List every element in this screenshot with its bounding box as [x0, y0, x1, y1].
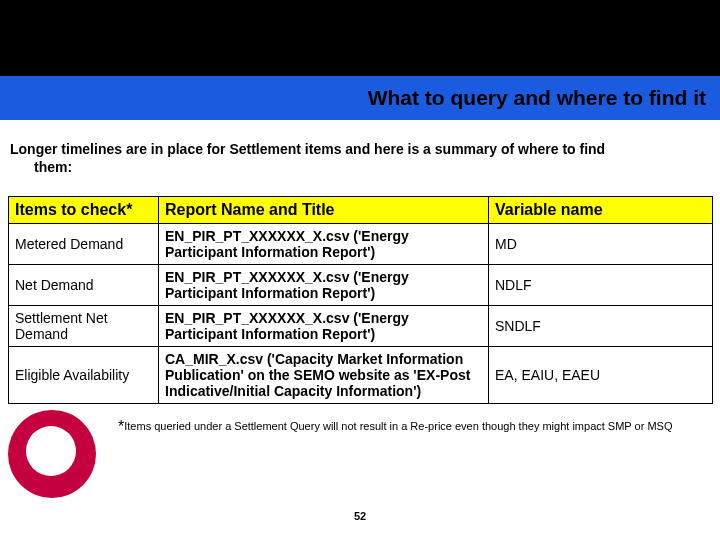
footnote-text: Items queried under a Settlement Query w…	[124, 420, 672, 432]
top-black-band	[0, 0, 720, 76]
col-header-report: Report Name and Title	[159, 197, 489, 224]
title-bar: What to query and where to find it	[0, 76, 720, 120]
reference-table: Items to check* Report Name and Title Va…	[8, 196, 713, 404]
col-header-items: Items to check*	[9, 197, 159, 224]
cell-item: Net Demand	[9, 265, 159, 306]
table-header-row: Items to check* Report Name and Title Va…	[9, 197, 713, 224]
slide: What to query and where to find it Longe…	[0, 0, 720, 540]
cell-item: Eligible Availability	[9, 347, 159, 404]
table-row: Net Demand EN_PIR_PT_XXXXXX_X.csv ('Ener…	[9, 265, 713, 306]
table-row: Metered Demand EN_PIR_PT_XXXXXX_X.csv ('…	[9, 224, 713, 265]
cell-variable: SNDLF	[489, 306, 713, 347]
footnote: *Items queried under a Settlement Query …	[118, 418, 710, 436]
cell-variable: MD	[489, 224, 713, 265]
cell-item: Settlement Net Demand	[9, 306, 159, 347]
page-number: 52	[0, 510, 720, 522]
cell-report: CA_MIR_X.csv ('Capacity Market Informati…	[159, 347, 489, 404]
cell-report: EN_PIR_PT_XXXXXX_X.csv ('Energy Particip…	[159, 306, 489, 347]
table-row: Settlement Net Demand EN_PIR_PT_XXXXXX_X…	[9, 306, 713, 347]
intro-line-1: Longer timelines are in place for Settle…	[10, 141, 605, 157]
col-header-variable: Variable name	[489, 197, 713, 224]
slide-title: What to query and where to find it	[368, 86, 706, 110]
intro-text: Longer timelines are in place for Settle…	[10, 140, 710, 176]
intro-line-2: them:	[10, 158, 710, 176]
cell-variable: EA, EAIU, EAEU	[489, 347, 713, 404]
table-row: Eligible Availability CA_MIR_X.csv ('Cap…	[9, 347, 713, 404]
cell-report: EN_PIR_PT_XXXXXX_X.csv ('Energy Particip…	[159, 224, 489, 265]
cell-report: EN_PIR_PT_XXXXXX_X.csv ('Energy Particip…	[159, 265, 489, 306]
logo	[4, 406, 100, 502]
logo-inner-circle	[26, 426, 76, 476]
cell-variable: NDLF	[489, 265, 713, 306]
cell-item: Metered Demand	[9, 224, 159, 265]
